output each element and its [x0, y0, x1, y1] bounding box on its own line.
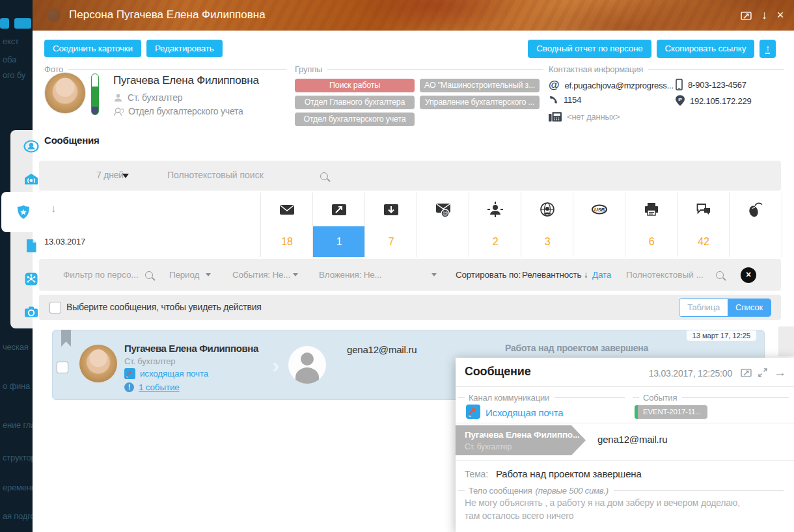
background-text-fragment: екст: [3, 36, 19, 46]
merge-cards-button[interactable]: Соединить карточки: [44, 40, 141, 57]
channel-link[interactable]: исходящая почта: [140, 369, 208, 379]
tab-snapshots[interactable]: [10, 296, 43, 328]
channel-col-web-person[interactable]: 3: [521, 193, 573, 257]
expand-icon[interactable]: [758, 367, 768, 378]
ip-value: 192.105.172.229: [690, 96, 752, 106]
person-report-button[interactable]: Сводный отчет по персоне: [528, 40, 651, 58]
tab-documents[interactable]: [10, 230, 43, 262]
channel-count[interactable]: 7: [365, 226, 417, 257]
sort-direction-icon[interactable]: ↓: [51, 203, 56, 215]
channel-col-printer[interactable]: 6: [625, 193, 678, 257]
channel-count-selected[interactable]: 1: [313, 226, 365, 257]
channel-col-incoming-mail[interactable]: 7: [364, 193, 417, 257]
background-button-fragment: [14, 18, 31, 29]
ip-pin-icon: IP: [676, 95, 685, 107]
select-all-checkbox[interactable]: [49, 302, 61, 313]
events-filter[interactable]: События: Не...: [232, 259, 290, 291]
event-tag[interactable]: EVENT-2017-11...: [635, 405, 707, 419]
period-filter[interactable]: Период: [169, 259, 199, 291]
group-tag[interactable]: Отдел Главного бухгалтера: [295, 96, 415, 109]
edit-button[interactable]: Редактировать: [146, 40, 223, 57]
close-icon[interactable]: ×: [777, 8, 784, 21]
period-select[interactable]: 7 дней: [96, 170, 124, 180]
group-tag[interactable]: Поиск работы: [295, 79, 415, 92]
fax-icon: [549, 112, 562, 122]
channel-count[interactable]: [573, 226, 625, 257]
detail-title: Сообщение: [465, 365, 530, 379]
printer-icon: [643, 201, 660, 218]
background-text-fragment: еременн: [3, 483, 36, 492]
export-button[interactable]: ↑: [760, 40, 776, 58]
channel-col-mail[interactable]: 18: [260, 193, 313, 257]
group-tag[interactable]: АО "Машиностроительный з...: [420, 79, 540, 92]
department-row: Отдел бухгалтерского учета: [113, 106, 243, 116]
channel-count[interactable]: 18: [261, 226, 313, 257]
background-text-fragment: о фина: [3, 381, 30, 391]
search-icon[interactable]: [320, 172, 328, 180]
view-toggle: Таблица Список: [679, 299, 771, 317]
sender-avatar: [79, 344, 118, 383]
channel-count[interactable]: 6: [625, 226, 678, 257]
tab-alerts[interactable]: [10, 163, 43, 196]
detail-subject: Работа над проектом завершена: [496, 468, 642, 479]
chevron-down-icon[interactable]: [122, 174, 129, 178]
channel-col-outgoing-mail[interactable]: 1: [312, 193, 365, 257]
channel-count[interactable]: [730, 226, 782, 257]
attachments-filter[interactable]: Вложения: Не...: [319, 259, 381, 291]
fulltext-filter-input[interactable]: [625, 269, 704, 280]
phone-value: 1154: [564, 95, 581, 105]
events-link[interactable]: 1 событие: [139, 382, 180, 392]
outgoing-mail-icon: [331, 201, 348, 218]
contacts-section: Контактная информация @ ef.pugachjova@mz…: [549, 64, 784, 74]
popout-icon[interactable]: [741, 10, 752, 21]
search-icon[interactable]: [716, 271, 724, 279]
scrollbar-track[interactable]: [778, 326, 794, 356]
channel-link[interactable]: Исходящая почта: [486, 407, 563, 418]
messages-heading: Сообщения: [44, 135, 100, 146]
view-list-button[interactable]: Список: [728, 299, 771, 316]
outgoing-mail-channel-icon: [466, 405, 480, 419]
svg-text:@: @: [443, 210, 448, 217]
window-title: Персона Пугачева Елена Филипповна: [69, 8, 266, 21]
groups-section: Группы Поиск работы АО "Машиностроительн…: [295, 64, 543, 74]
channel-count[interactable]: 3: [521, 226, 573, 257]
group-tag[interactable]: Управление бухгалтерского ...: [420, 96, 540, 109]
channel-count[interactable]: [417, 226, 469, 257]
body-line: Не могу объяснять , а работу я на дом за…: [465, 498, 740, 508]
contacts-legend: Контактная информация: [549, 64, 784, 74]
chevron-down-icon[interactable]: [206, 273, 211, 276]
activity-table: ↓ 13.03.2017 18 1: [39, 193, 781, 257]
selection-hint-bar: Выберите сообщения, чтобы увидеть действ…: [39, 295, 781, 320]
sort-date-option[interactable]: Дата: [592, 259, 611, 291]
chevron-down-icon[interactable]: [431, 273, 437, 276]
chevron-down-icon[interactable]: [293, 273, 298, 276]
person-card-window: Персона Пугачева Елена Филипповна ↓ × Со…: [33, 0, 794, 532]
ip-row: IP 192.105.172.229: [676, 95, 752, 107]
channel-col-webmail[interactable]: @: [417, 193, 469, 257]
channel-col-chat[interactable]: 42: [677, 193, 730, 257]
tab-connections[interactable]: [10, 263, 43, 295]
popout-icon[interactable]: [741, 367, 752, 378]
sort-relevance-option[interactable]: Релевантность ↓: [522, 259, 588, 291]
channel-count[interactable]: 2: [469, 226, 521, 257]
detail-sender-name: Пугачева Елена Филиппо...: [465, 430, 580, 440]
document-icon: [23, 238, 39, 254]
group-tag[interactable]: Отдел бухгалтерского учета: [295, 113, 415, 126]
channel-col-im-contact[interactable]: 2: [469, 193, 521, 257]
person-filter-input[interactable]: [62, 269, 141, 280]
search-icon[interactable]: [145, 271, 153, 279]
channel-count[interactable]: 42: [678, 226, 730, 257]
fulltext-search-input[interactable]: [166, 169, 318, 181]
at-icon: @: [549, 79, 559, 92]
copy-link-button[interactable]: Скопировать ссылку: [657, 40, 755, 58]
message-checkbox[interactable]: [57, 362, 68, 373]
view-table-button[interactable]: Таблица: [679, 299, 728, 316]
clear-filters-icon[interactable]: ×: [741, 267, 756, 283]
tab-person[interactable]: [10, 130, 43, 163]
channel-col-device[interactable]: [729, 193, 782, 257]
minimize-down-icon[interactable]: ↓: [761, 8, 767, 21]
bookmark-icon[interactable]: [61, 330, 71, 347]
forward-arrow-icon[interactable]: →: [774, 367, 786, 378]
channel-col-usb[interactable]: USB: [573, 193, 625, 257]
tab-security-selected[interactable]: [1, 192, 43, 232]
